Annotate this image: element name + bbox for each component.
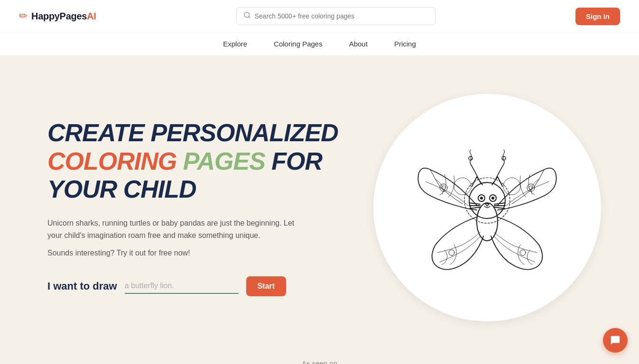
nav-pricing[interactable]: Pricing (390, 32, 420, 55)
svg-point-3 (469, 182, 505, 218)
sign-in-button[interactable]: Sign In (575, 8, 620, 25)
chat-button[interactable] (603, 328, 628, 353)
svg-point-20 (529, 186, 533, 190)
as-seen-on: As seen on (0, 350, 639, 364)
svg-point-21 (449, 250, 454, 255)
svg-line-11 (470, 207, 481, 209)
main-nav: Explore Coloring Pages About Pricing (0, 32, 639, 56)
svg-point-7 (480, 197, 483, 200)
draw-input[interactable] (125, 279, 239, 294)
hero-section: Create Personalized Coloring Pages for Y… (0, 56, 639, 350)
hero-description: Unicorn sharks, running turtles or baby … (47, 217, 304, 241)
butterfly-lion-illustration (392, 113, 582, 302)
logo-icon: ✏ (19, 10, 28, 22)
svg-line-14 (494, 207, 505, 209)
header: ✏ HappyPagesAI Sign In (0, 0, 639, 32)
title-line2: Coloring Pages for (47, 147, 322, 175)
title-for: for (271, 147, 322, 175)
svg-point-24 (503, 178, 520, 195)
search-icon (243, 11, 251, 21)
svg-line-1 (249, 17, 250, 18)
title-line3: Your Child (47, 175, 354, 204)
nav-coloring-pages[interactable]: Coloring Pages (270, 32, 326, 55)
hero-title: Create Personalized Coloring Pages for Y… (47, 119, 354, 204)
illustration-circle (373, 94, 601, 321)
logo-text: HappyPagesAI (31, 11, 96, 22)
svg-point-22 (520, 250, 526, 255)
draw-label: I want to draw (47, 280, 117, 292)
draw-form: I want to draw Start (47, 276, 354, 296)
title-coloring: Coloring (47, 147, 176, 175)
svg-point-8 (491, 197, 494, 200)
search-bar (236, 7, 435, 25)
start-button[interactable]: Start (246, 276, 286, 296)
search-input[interactable] (255, 12, 428, 20)
hero-subtext: Sounds interesting? Try it out for free … (47, 249, 354, 257)
chat-icon (610, 335, 620, 346)
hero-left: Create Personalized Coloring Pages for Y… (47, 119, 354, 297)
nav-explore[interactable]: Explore (219, 32, 251, 55)
title-pages: Pages (183, 147, 265, 175)
hero-right (373, 94, 601, 321)
title-line1: Create Personalized (47, 119, 354, 147)
svg-point-23 (454, 178, 471, 195)
svg-point-4 (464, 178, 510, 223)
nav-about[interactable]: About (345, 32, 371, 55)
logo[interactable]: ✏ HappyPagesAI (19, 10, 96, 22)
draw-input-wrapper (125, 279, 239, 294)
svg-point-18 (442, 186, 445, 190)
